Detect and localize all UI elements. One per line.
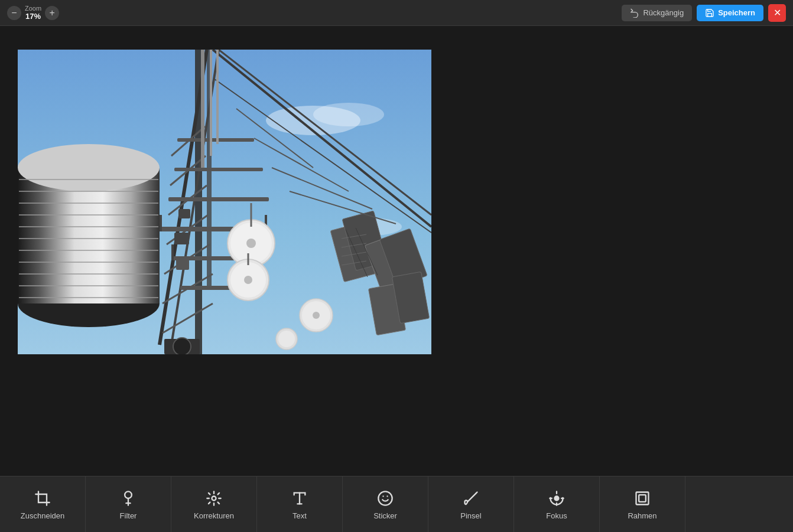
focus-label: Fokus bbox=[546, 511, 567, 520]
svg-rect-33 bbox=[174, 168, 263, 171]
image-display bbox=[18, 50, 431, 354]
tool-filter[interactable]: Filter bbox=[86, 476, 171, 533]
tool-sticker[interactable]: Sticker bbox=[343, 476, 428, 533]
save-icon bbox=[705, 8, 714, 18]
corrections-icon bbox=[204, 489, 223, 508]
focus-icon bbox=[547, 489, 566, 508]
svg-rect-72 bbox=[210, 50, 212, 156]
svg-line-94 bbox=[476, 492, 477, 493]
svg-point-6 bbox=[18, 144, 160, 191]
svg-point-91 bbox=[378, 491, 392, 505]
bottom-toolbar: Zuschneiden Filter bbox=[0, 476, 793, 532]
tool-frame[interactable]: Rahmen bbox=[600, 476, 685, 533]
zoom-in-button[interactable]: + bbox=[45, 6, 59, 20]
svg-point-41 bbox=[246, 239, 256, 248]
svg-rect-35 bbox=[160, 215, 162, 231]
undo-label: Rückgängig bbox=[643, 8, 684, 17]
corrections-label: Korrekturen bbox=[194, 511, 234, 520]
undo-button[interactable]: Rückgängig bbox=[622, 5, 692, 21]
save-button[interactable]: Speichern bbox=[697, 5, 763, 21]
sticker-icon bbox=[376, 489, 395, 508]
svg-point-45 bbox=[244, 276, 252, 284]
svg-point-78 bbox=[173, 338, 191, 354]
svg-point-51 bbox=[278, 331, 295, 347]
svg-rect-97 bbox=[639, 495, 646, 502]
tool-text[interactable]: Text bbox=[257, 476, 343, 533]
tool-focus[interactable]: Fokus bbox=[514, 476, 600, 533]
zoom-text: Zoom bbox=[25, 5, 41, 12]
brush-label: Pinsel bbox=[460, 511, 481, 520]
svg-rect-96 bbox=[636, 492, 649, 504]
undo-icon bbox=[630, 8, 639, 18]
svg-line-85 bbox=[209, 492, 210, 494]
frame-icon bbox=[633, 489, 652, 508]
frame-label: Rahmen bbox=[628, 511, 656, 520]
svg-rect-71 bbox=[201, 50, 204, 168]
svg-rect-75 bbox=[176, 259, 189, 270]
sticker-label: Sticker bbox=[373, 511, 397, 520]
svg-point-80 bbox=[212, 496, 216, 500]
tool-brush[interactable]: Pinsel bbox=[428, 476, 514, 533]
svg-line-87 bbox=[209, 502, 210, 503]
tool-crop[interactable]: Zuschneiden bbox=[0, 476, 86, 533]
svg-point-49 bbox=[313, 312, 320, 319]
toolbar-right: Rückgängig Speichern ✕ bbox=[622, 4, 786, 22]
svg-rect-76 bbox=[178, 209, 190, 218]
zoom-value: 17% bbox=[25, 12, 41, 21]
filter-icon bbox=[119, 489, 138, 508]
save-label: Speichern bbox=[718, 8, 755, 17]
crop-icon bbox=[33, 489, 52, 508]
svg-rect-37 bbox=[171, 244, 174, 260]
svg-rect-74 bbox=[174, 233, 189, 244]
close-button[interactable]: ✕ bbox=[768, 4, 786, 22]
svg-rect-73 bbox=[216, 50, 219, 144]
text-icon bbox=[290, 489, 309, 508]
svg-point-2 bbox=[313, 103, 384, 126]
top-toolbar: − Zoom 17% + Rückgängig Speichern ✕ bbox=[0, 0, 793, 26]
tool-corrections[interactable]: Korrekturen bbox=[171, 476, 257, 533]
brush-icon bbox=[462, 489, 480, 508]
filter-label: Filter bbox=[120, 511, 137, 520]
zoom-controls: − Zoom 17% + bbox=[7, 5, 59, 21]
svg-line-88 bbox=[218, 492, 219, 494]
text-label: Text bbox=[292, 511, 307, 520]
canvas-area bbox=[0, 26, 793, 476]
crop-label: Zuschneiden bbox=[21, 511, 64, 520]
zoom-out-button[interactable]: − bbox=[7, 6, 21, 20]
svg-rect-34 bbox=[177, 138, 254, 142]
zoom-label: Zoom 17% bbox=[25, 5, 41, 21]
svg-point-95 bbox=[555, 496, 559, 500]
svg-rect-32 bbox=[168, 197, 269, 201]
svg-line-86 bbox=[218, 502, 219, 503]
image-container bbox=[18, 50, 431, 354]
